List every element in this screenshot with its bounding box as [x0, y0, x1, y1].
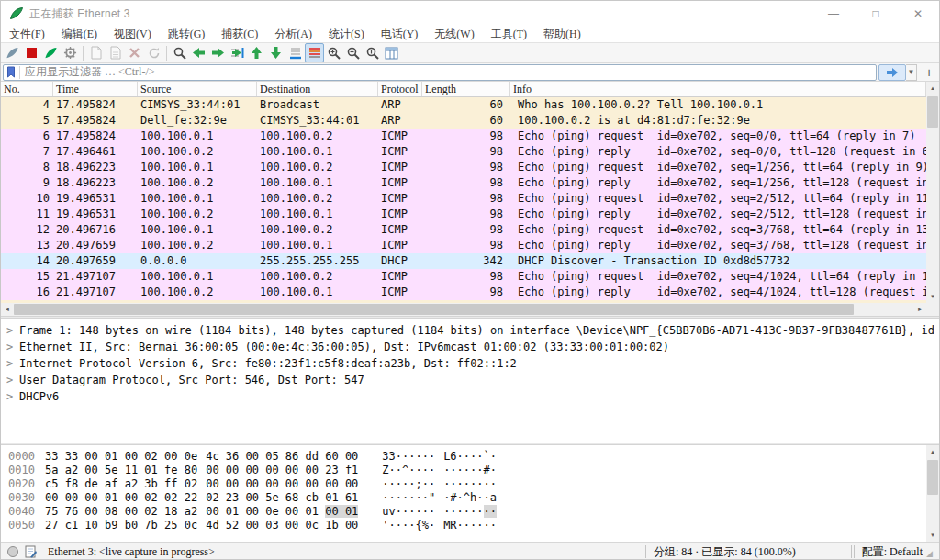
- menu-go[interactable]: 跳转(G): [160, 27, 214, 42]
- filter-dropdown-caret[interactable]: ▼: [906, 64, 917, 81]
- maximize-button[interactable]: □: [855, 1, 897, 27]
- packet-row[interactable]: 1119.496531100.100.0.2100.100.0.1ICMP98E…: [1, 207, 926, 222]
- menu-bar: 文件(F) 编辑(E) 视图(V) 跳转(G) 捕获(C) 分析(A) 统计(S…: [1, 27, 939, 42]
- menu-tools[interactable]: 工具(T): [483, 27, 535, 42]
- packet-bytes-pane: 000033 33 00 01 00 02 00 0e4c 36 00 05 8…: [1, 445, 939, 542]
- column-no[interactable]: No.: [1, 82, 53, 96]
- hex-row[interactable]: 003000 00 00 01 00 02 02 2202 23 00 5e 6…: [1, 491, 939, 505]
- scroll-up-arrow-icon[interactable]: ▲: [926, 445, 939, 458]
- hex-row[interactable]: 000033 33 00 01 00 02 00 0e4c 36 00 05 8…: [1, 450, 939, 464]
- reload-file-icon[interactable]: [144, 43, 163, 62]
- packet-list-header: No. Time Source Destination Protocol Len…: [1, 82, 926, 97]
- stop-capture-icon[interactable]: [22, 43, 41, 62]
- packet-row[interactable]: 1420.4976590.0.0.0255.255.255.255DHCP342…: [1, 253, 926, 269]
- close-button[interactable]: ✕: [897, 1, 939, 27]
- filter-bar: 应用显示过滤器 … <Ctrl-/> ▼ +: [1, 63, 939, 82]
- packet-row[interactable]: 918.496223100.100.0.2100.100.0.1ICMP98Ec…: [1, 175, 926, 191]
- go-back-icon[interactable]: [189, 43, 208, 62]
- detail-line[interactable]: >User Datagram Protocol, Src Port: 546, …: [1, 372, 939, 388]
- zoom-original-icon[interactable]: [363, 43, 382, 62]
- add-filter-button[interactable]: +: [921, 64, 937, 81]
- capture-options-icon[interactable]: [61, 43, 80, 62]
- column-length[interactable]: Length: [422, 82, 510, 96]
- minimize-button[interactable]: —: [812, 1, 855, 27]
- filter-placeholder: 应用显示过滤器 … <Ctrl-/>: [25, 64, 155, 80]
- title-bar: 正在捕获 Ethernet 3 — □ ✕: [1, 1, 939, 27]
- display-filter-input[interactable]: 应用显示过滤器 … <Ctrl-/>: [3, 64, 877, 81]
- scroll-down-arrow-icon[interactable]: ▼: [926, 529, 939, 542]
- column-protocol[interactable]: Protocol: [378, 82, 422, 96]
- packet-row[interactable]: 617.495824100.100.0.1100.100.0.2ICMP98Ec…: [1, 129, 926, 144]
- detail-lines: >Frame 1: 148 bytes on wire (1184 bits),…: [1, 322, 939, 405]
- profile-text[interactable]: 配置: Default: [862, 544, 923, 560]
- packet-list-pane: No. Time Source Destination Protocol Len…: [1, 82, 939, 317]
- hex-row[interactable]: 004075 76 00 08 00 02 18 a200 01 00 0e 0…: [1, 505, 939, 519]
- go-next-packet-icon[interactable]: [266, 43, 285, 62]
- window-title: 正在捕获 Ethernet 3: [29, 6, 130, 22]
- wireshark-logo-icon: [9, 6, 24, 21]
- menu-capture[interactable]: 捕获(C): [213, 27, 266, 42]
- restart-capture-icon[interactable]: [41, 43, 61, 62]
- menu-help[interactable]: 帮助(H): [535, 27, 589, 42]
- close-file-icon[interactable]: [125, 43, 144, 62]
- bytes-vertical-scrollbar[interactable]: ▲ ▼: [926, 445, 939, 542]
- scroll-right-arrow-icon[interactable]: ►: [913, 303, 926, 316]
- zoom-out-icon[interactable]: [343, 43, 363, 62]
- packet-row[interactable]: 818.496223100.100.0.1100.100.0.2ICMP98Ec…: [1, 160, 926, 175]
- go-previous-packet-icon[interactable]: [247, 43, 266, 62]
- packet-row[interactable]: 1621.497107100.100.0.2100.100.0.1ICMP98E…: [1, 285, 926, 300]
- open-file-icon[interactable]: [86, 43, 106, 62]
- hex-row[interactable]: 0020c5 f8 de af a2 3b ff 0200 00 00 00 0…: [1, 477, 939, 491]
- packet-row[interactable]: 1521.497107100.100.0.1100.100.0.2ICMP98E…: [1, 269, 926, 285]
- resize-grip[interactable]: ◢: [926, 549, 937, 560]
- packet-row[interactable]: 1220.496716100.100.0.1100.100.0.2ICMP98E…: [1, 222, 926, 238]
- go-to-packet-icon[interactable]: [228, 43, 247, 62]
- menu-telephony[interactable]: 电话(Y): [373, 27, 427, 42]
- scroll-down-arrow-icon[interactable]: ▼: [926, 290, 939, 303]
- hex-row[interactable]: 005027 c1 10 b9 b0 7b 25 0c4d 52 00 03 0…: [1, 519, 939, 532]
- expert-info-icon[interactable]: [7, 546, 18, 557]
- capture-comment-icon[interactable]: [25, 545, 37, 558]
- filter-bookmark-icon[interactable]: [6, 66, 16, 78]
- menu-wireless[interactable]: 无线(W): [426, 27, 482, 42]
- start-capture-icon[interactable]: [3, 43, 22, 62]
- hex-rows: 000033 33 00 01 00 02 00 0e4c 36 00 05 8…: [1, 450, 939, 532]
- packet-row[interactable]: 717.496461100.100.0.2100.100.0.1ICMP98Ec…: [1, 144, 926, 160]
- colorize-packets-icon[interactable]: [305, 43, 324, 62]
- column-info[interactable]: Info: [510, 82, 926, 96]
- column-time[interactable]: Time: [53, 82, 138, 96]
- packet-rows: 417.495824CIMSYS_33:44:01BroadcastARP60W…: [1, 97, 926, 300]
- column-source[interactable]: Source: [138, 82, 257, 96]
- scroll-up-arrow-icon[interactable]: ▲: [926, 82, 939, 95]
- apply-filter-button[interactable]: [878, 64, 906, 81]
- detail-line[interactable]: >DHCPv6: [1, 388, 939, 405]
- menu-view[interactable]: 视图(V): [106, 27, 160, 42]
- menu-analyze[interactable]: 分析(A): [266, 27, 320, 42]
- packet-row[interactable]: 1019.496531100.100.0.1100.100.0.2ICMP98E…: [1, 191, 926, 207]
- packet-list-horizontal-scrollbar[interactable]: ◄ ►: [1, 303, 926, 316]
- zoom-in-icon[interactable]: [324, 43, 343, 62]
- detail-line[interactable]: >Internet Protocol Version 6, Src: fe80:…: [1, 355, 939, 372]
- menu-statistics[interactable]: 统计(S): [320, 27, 373, 42]
- save-file-icon[interactable]: [106, 43, 125, 62]
- packet-detail-pane: >Frame 1: 148 bytes on wire (1184 bits),…: [1, 319, 939, 443]
- packet-row[interactable]: 1320.497659100.100.0.2100.100.0.1ICMP98E…: [1, 238, 926, 253]
- packet-list-vertical-scrollbar[interactable]: ▲ ▼: [926, 82, 939, 303]
- detail-line[interactable]: >Frame 1: 148 bytes on wire (1184 bits),…: [1, 322, 939, 339]
- menu-file[interactable]: 文件(F): [1, 27, 53, 42]
- main-toolbar: [1, 42, 939, 63]
- scroll-left-arrow-icon[interactable]: ◄: [1, 303, 14, 316]
- packet-row[interactable]: 417.495824CIMSYS_33:44:01BroadcastARP60W…: [1, 97, 926, 113]
- packet-counts-text: 分组: 84 · 已显示: 84 (100.0%): [654, 544, 796, 560]
- auto-scroll-icon[interactable]: [285, 43, 305, 62]
- status-bar: Ethernet 3: <live capture in progress> 分…: [1, 542, 939, 560]
- hex-row[interactable]: 00105a a2 00 5e 11 01 fe 8000 00 00 00 0…: [1, 464, 939, 477]
- go-forward-icon[interactable]: [208, 43, 228, 62]
- detail-line[interactable]: >Ethernet II, Src: Bermai_36:00:05 (00:0…: [1, 339, 939, 355]
- column-destination[interactable]: Destination: [257, 82, 378, 96]
- packet-row[interactable]: 517.495824Dell_fe:32:9eCIMSYS_33:44:01AR…: [1, 113, 926, 129]
- menu-edit[interactable]: 编辑(E): [53, 27, 106, 42]
- find-packet-icon[interactable]: [170, 43, 189, 62]
- resize-columns-icon[interactable]: [382, 43, 401, 62]
- capture-status-text: Ethernet 3: <live capture in progress>: [48, 545, 215, 559]
